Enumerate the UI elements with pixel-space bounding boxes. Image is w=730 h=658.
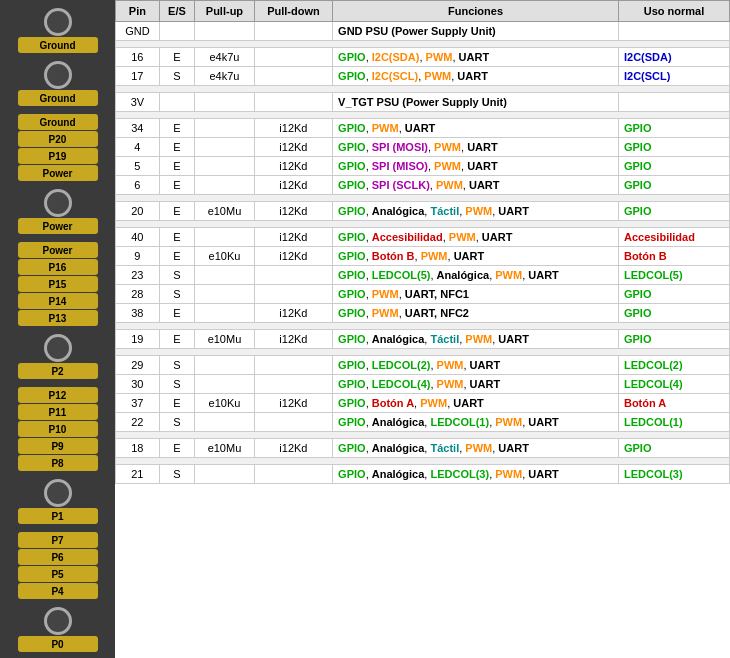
- cell-uso: GPIO: [618, 119, 729, 138]
- cell-pullup: [195, 413, 255, 432]
- cell-pulldown: i12Kd: [254, 439, 332, 458]
- cell-pulldown: i12Kd: [254, 304, 332, 323]
- pin-circle-ground2: [44, 61, 72, 89]
- cell-pulldown: [254, 465, 332, 484]
- cell-pin: 17: [116, 67, 160, 86]
- cell-es: S: [159, 465, 194, 484]
- cell-pulldown: i12Kd: [254, 176, 332, 195]
- cell-funciones: GPIO, Analógica, Táctil, PWM, UART: [333, 439, 619, 458]
- table-row: 28 S GPIO, PWM, UART, NFC1 GPIO: [116, 285, 730, 304]
- cell-funciones: GPIO, LEDCOL(2), PWM, UART: [333, 356, 619, 375]
- cell-pulldown: [254, 266, 332, 285]
- cell-funciones: GPIO, PWM, UART: [333, 119, 619, 138]
- pin-label-ground3: Ground: [18, 114, 98, 130]
- cell-uso: Botón A: [618, 394, 729, 413]
- pin-label-power3: Power: [18, 242, 98, 258]
- sidebar: Ground Ground Ground P20 P19 Power Power…: [0, 0, 115, 658]
- cell-es: S: [159, 67, 194, 86]
- cell-uso: I2C(SCL): [618, 67, 729, 86]
- table-container: Pin E/S Pull-up Pull-down Funciones Uso …: [115, 0, 730, 658]
- cell-pulldown: [254, 375, 332, 394]
- pin-label-p20: P20: [18, 131, 98, 147]
- cell-es: E: [159, 176, 194, 195]
- pin-group-p2: P2: [4, 334, 111, 379]
- table-row: 6 E i12Kd GPIO, SPI (SCLK), PWM, UART GP…: [116, 176, 730, 195]
- cell-es: S: [159, 285, 194, 304]
- cell-pin: 20: [116, 202, 160, 221]
- cell-funciones: GPIO, Analógica, Táctil, PWM, UART: [333, 330, 619, 349]
- cell-funciones: GND PSU (Power Supply Unit): [333, 22, 619, 41]
- cell-pullup: e4k7u: [195, 48, 255, 67]
- table-row: 4 E i12Kd GPIO, SPI (MOSI), PWM, UART GP…: [116, 138, 730, 157]
- cell-funciones: GPIO, SPI (SCLK), PWM, UART: [333, 176, 619, 195]
- pin-group-ground3: Ground P20 P19 Power: [4, 114, 111, 181]
- cell-uso: Botón B: [618, 247, 729, 266]
- cell-pullup: e10Ku: [195, 247, 255, 266]
- table-row: 30 S GPIO, LEDCOL(4), PWM, UART LEDCOL(4…: [116, 375, 730, 394]
- cell-pulldown: [254, 93, 332, 112]
- cell-es: E: [159, 48, 194, 67]
- cell-es: E: [159, 119, 194, 138]
- cell-pulldown: i12Kd: [254, 330, 332, 349]
- cell-es: S: [159, 356, 194, 375]
- cell-es: E: [159, 394, 194, 413]
- pin-group-ground1: Ground: [4, 8, 111, 53]
- cell-pin: 19: [116, 330, 160, 349]
- cell-pin: 37: [116, 394, 160, 413]
- pin-circle-p2: [44, 334, 72, 362]
- cell-uso: Accesibilidad: [618, 228, 729, 247]
- col-header-uso: Uso normal: [618, 1, 729, 22]
- cell-pin: 30: [116, 375, 160, 394]
- cell-funciones: GPIO, Analógica, LEDCOL(3), PWM, UART: [333, 465, 619, 484]
- pin-table: Pin E/S Pull-up Pull-down Funciones Uso …: [115, 0, 730, 484]
- pin-group-p0: P0: [4, 607, 111, 652]
- pin-label-p6: P6: [18, 549, 98, 565]
- pin-circle-ground1: [44, 8, 72, 36]
- cell-pulldown: i12Kd: [254, 228, 332, 247]
- cell-pulldown: [254, 48, 332, 67]
- cell-uso: LEDCOL(1): [618, 413, 729, 432]
- cell-funciones: GPIO, Botón A, PWM, UART: [333, 394, 619, 413]
- cell-pulldown: i12Kd: [254, 247, 332, 266]
- pin-label-ground1: Ground: [18, 37, 98, 53]
- cell-pullup: [195, 119, 255, 138]
- pin-label-power2: Power: [18, 218, 98, 234]
- cell-pullup: e10Mu: [195, 202, 255, 221]
- pin-label-p16: P16: [18, 259, 98, 275]
- cell-funciones: GPIO, Analógica, Táctil, PWM, UART: [333, 202, 619, 221]
- cell-uso: GPIO: [618, 330, 729, 349]
- pin-circle-p1: [44, 479, 72, 507]
- pin-circle-power: [44, 189, 72, 217]
- table-row: 34 E i12Kd GPIO, PWM, UART GPIO: [116, 119, 730, 138]
- pin-group-p1: P1: [4, 479, 111, 524]
- cell-uso: I2C(SDA): [618, 48, 729, 67]
- table-row: 21 S GPIO, Analógica, LEDCOL(3), PWM, UA…: [116, 465, 730, 484]
- table-row: 19 E e10Mu i12Kd GPIO, Analógica, Táctil…: [116, 330, 730, 349]
- cell-uso: LEDCOL(5): [618, 266, 729, 285]
- pin-label-ground2: Ground: [18, 90, 98, 106]
- cell-pullup: [195, 304, 255, 323]
- cell-pullup: [195, 356, 255, 375]
- cell-es: [159, 93, 194, 112]
- cell-pulldown: [254, 356, 332, 375]
- pin-label-p7: P7: [18, 532, 98, 548]
- table-row: 16 E e4k7u GPIO, I2C(SDA), PWM, UART I2C…: [116, 48, 730, 67]
- cell-pullup: [195, 375, 255, 394]
- cell-uso: GPIO: [618, 138, 729, 157]
- pin-label-p4: P4: [18, 583, 98, 599]
- cell-funciones: GPIO, Accesibilidad, PWM, UART: [333, 228, 619, 247]
- cell-es: E: [159, 304, 194, 323]
- col-header-pulldown: Pull-down: [254, 1, 332, 22]
- cell-es: E: [159, 228, 194, 247]
- cell-pullup: e10Mu: [195, 439, 255, 458]
- cell-uso: LEDCOL(2): [618, 356, 729, 375]
- cell-pullup: [195, 157, 255, 176]
- cell-pullup: e4k7u: [195, 67, 255, 86]
- cell-funciones: GPIO, SPI (MOSI), PWM, UART: [333, 138, 619, 157]
- cell-funciones: V_TGT PSU (Power Supply Unit): [333, 93, 619, 112]
- cell-pullup: e10Ku: [195, 394, 255, 413]
- cell-uso: GPIO: [618, 176, 729, 195]
- cell-pullup: [195, 285, 255, 304]
- pin-label-p2: P2: [18, 363, 98, 379]
- pin-group-ground2: Ground: [4, 61, 111, 106]
